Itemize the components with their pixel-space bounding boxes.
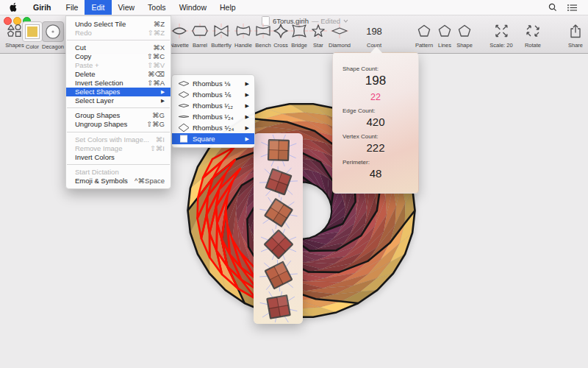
toolbar-item-label: Shapes <box>5 42 24 49</box>
menubar-item-tools[interactable]: Tools <box>141 0 173 15</box>
tile-square-variant-6[interactable] <box>256 291 301 323</box>
menu-item-label: Start Dictation <box>75 168 165 176</box>
submenu-arrow-icon: ▶ <box>161 89 165 95</box>
toolbar-item-shape[interactable]: Shape <box>453 21 476 49</box>
menu-item-undo-select-tile[interactable]: Undo Select Tile⌘Z <box>66 19 171 28</box>
menu-item-group-shapes[interactable]: Group Shapes⌘G <box>66 111 171 120</box>
toolbar-item-barrel[interactable]: Barrel <box>189 21 211 49</box>
menu-item-cut[interactable]: Cut⌘X <box>66 43 171 52</box>
menu-item-select-layer[interactable]: Select Layer▶ <box>66 96 171 105</box>
rotate-icon <box>522 21 544 40</box>
toolbar-item-diamond[interactable]: Diamond <box>329 21 351 49</box>
menu-item-start-dictation: Start Dictation <box>66 167 171 176</box>
tile-square-variant-5[interactable] <box>256 260 301 291</box>
count-popover: Shape Count:19822Edge Count:420Vertex Co… <box>332 52 419 194</box>
tile-square-variant-3[interactable] <box>256 197 301 229</box>
submenu-item-label: Rhombus ¹⁄₁₂ <box>193 102 245 110</box>
submenu-item-label: Rhombus ⅙ <box>193 91 245 99</box>
menu-item-ungroup-shapes[interactable]: Ungroup Shapes⇧⌘G <box>66 120 171 129</box>
popover-value: 198 <box>333 74 418 88</box>
toolbar-item-handle[interactable]: Handle <box>232 21 254 49</box>
toolbar-item-star[interactable]: Star <box>307 21 329 49</box>
toolbar-item-label: Scale: 20 <box>490 42 512 49</box>
menu-item-paste: Paste +⇧⌘V <box>66 60 171 69</box>
popover-value: 222 <box>333 141 418 154</box>
spotlight-icon[interactable] <box>548 3 557 12</box>
toolbar-item-decagon[interactable]: Decagon <box>42 21 64 50</box>
color-icon <box>22 21 43 42</box>
popover-value: 48 <box>333 167 418 180</box>
menu-item-select-shapes[interactable]: Select Shapes▶ <box>66 88 171 96</box>
menu-item-label: Redo <box>75 29 142 37</box>
menu-item-delete[interactable]: Delete⌘⌫ <box>66 69 171 78</box>
popover-value: 420 <box>333 116 418 128</box>
toolbar-item-label: Lines <box>438 42 451 49</box>
menubar-item-view[interactable]: View <box>112 0 142 15</box>
toolbar-item-share[interactable]: Share <box>564 21 587 49</box>
submenu-item-rhombus[interactable]: Rhombus ¹⁄₂₄▶ <box>172 111 254 122</box>
tile-square-variant-1[interactable] <box>256 135 301 166</box>
tile-square-variant-4[interactable] <box>256 229 301 261</box>
apple-icon <box>9 2 18 13</box>
rhombus-30-icon <box>178 101 193 110</box>
pattern-icon <box>413 21 435 40</box>
toolbar-item-pattern[interactable]: Pattern <box>413 21 435 49</box>
rhombus-15-icon <box>178 112 193 121</box>
menubar-item-window[interactable]: Window <box>173 0 213 15</box>
menu-item-shortcut: ⇧⌘Z <box>148 29 165 37</box>
menu-item-emoji-symbols[interactable]: Emoji & Symbols^⌘Space <box>66 176 171 185</box>
tile-square-variant-2[interactable] <box>256 166 301 198</box>
toolbar-item-label: Color <box>26 43 39 50</box>
toolbar-item-butterfly[interactable]: Butterfly <box>210 21 232 49</box>
menubar-item-edit[interactable]: Edit <box>85 0 111 15</box>
menu-item-invert-colors[interactable]: Invert Colors <box>66 152 171 161</box>
menu-item-shortcut: ⇧⌘I <box>150 144 165 152</box>
menu-item-label: Emoji & Symbols <box>75 177 129 185</box>
toolbar-item-label: Handle <box>234 42 252 49</box>
menu-item-label: Invert Selection <box>75 79 141 87</box>
toolbar-item-lines[interactable]: Lines <box>434 21 456 49</box>
menu-item-label: Remove Image <box>75 144 144 152</box>
menubar-app-name[interactable]: Girih <box>25 3 60 12</box>
decagon-icon <box>42 21 64 42</box>
handle-icon <box>232 21 254 40</box>
menu-separator <box>67 132 170 132</box>
submenu-item-rhombus[interactable]: Rhombus ⅙▶ <box>172 89 254 100</box>
submenu-item-rhombus[interactable]: Rhombus ⅛▶ <box>172 78 254 89</box>
menubar-item-help[interactable]: Help <box>213 0 243 15</box>
toolbar-item-navette[interactable]: Navette <box>168 21 190 49</box>
share-icon <box>564 21 587 40</box>
toolbar-item-label: Bench <box>255 42 270 49</box>
menu-item-shortcut: ^⌘Space <box>135 177 165 185</box>
toolbar-item-label: Bridge <box>291 42 307 49</box>
apple-menu[interactable] <box>0 2 25 13</box>
toolbar-item-color[interactable]: Color <box>22 21 43 50</box>
toolbar-item-scale[interactable]: Scale: 20 <box>490 21 512 49</box>
menu-item-copy[interactable]: Copy⇧⌘C <box>66 52 171 60</box>
toolbar-item-label: Shape <box>456 42 473 49</box>
submenu-arrow-icon: ▶ <box>245 92 249 98</box>
toolbar-count-value: 198 <box>366 21 382 40</box>
submenu-item-square[interactable]: Square▶ <box>172 133 254 144</box>
popover-label-shape-count: Shape Count: <box>333 66 418 72</box>
toolbar-item-rotate[interactable]: Rotate <box>522 21 544 49</box>
submenu-item-rhombus[interactable]: Rhombus ¹⁄₁₂▶ <box>172 100 254 111</box>
menu-item-redo: Redo⇧⌘Z <box>66 28 171 37</box>
menu-item-label: Delete <box>75 70 142 78</box>
notification-list-icon[interactable] <box>567 4 578 12</box>
toolbar-item-label: Cross <box>273 42 288 49</box>
menu-item-invert-selection[interactable]: Invert Selection⇧⌘A <box>66 79 171 88</box>
shape-icon <box>453 21 476 40</box>
submenu-arrow-icon: ▶ <box>161 98 165 104</box>
submenu-item-rhombus[interactable]: Rhombus ⁵⁄₂₄▶ <box>172 122 254 133</box>
submenu-item-label: Square <box>193 135 245 143</box>
menu-item-label: Paste + <box>75 61 141 69</box>
submenu-arrow-icon: ▶ <box>245 103 249 109</box>
menu-item-label: Invert Colors <box>75 153 165 161</box>
menubar-item-file[interactable]: File <box>60 0 85 15</box>
popover-label-edge-count: Edge Count: <box>333 107 418 114</box>
submenu-arrow-icon: ▶ <box>245 136 249 142</box>
toolbar-item-label: Pattern <box>415 42 433 49</box>
menu-item-label: Copy <box>75 52 141 60</box>
toolbar-item-count[interactable]: 198Count <box>366 21 382 49</box>
